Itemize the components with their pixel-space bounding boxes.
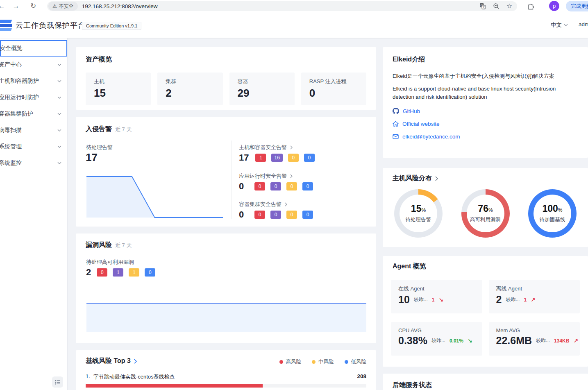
sidebar-item-cluster-protection[interactable]: 容器集群防护 [0,106,67,122]
extensions-icon[interactable] [527,3,534,10]
legend-dot [345,360,348,364]
profile-avatar[interactable]: p [549,1,559,11]
stat-value: 15 [94,87,143,100]
reload-button[interactable]: ↻ [28,1,39,11]
language-selector[interactable]: 中文 [551,21,568,29]
url-text: 192.168.25.212:8082/overview [82,3,479,9]
legend-low-risk: 低风险 [345,358,367,365]
sidebar-collapse-button[interactable] [52,376,63,388]
section-title: 入侵告警 [86,125,112,134]
chevron-right-icon [290,174,293,178]
host-container-alerts-link[interactable]: 主机和容器安全告警 [239,144,293,151]
zoom-icon[interactable] [493,3,499,9]
donut-value: 100 [542,203,558,214]
sidebar-item-label: 主机和容器防护 [0,77,39,85]
donut-unit: % [558,207,563,213]
critical-badge: 1 [255,154,266,162]
medium-badge: 0 [286,182,297,190]
cluster-alerts-link[interactable]: 容器集群安全告警 [239,201,287,208]
email-link[interactable]: elkeid@bytedance.com [393,134,578,140]
github-link[interactable]: GitHub [393,108,578,114]
list-icon [55,380,61,385]
alert-group-label: 主机和容器安全告警 [239,144,287,151]
pending-vuln-value: 2 [86,267,91,278]
language-label: 中文 [551,21,562,29]
legend-dot [279,360,283,364]
official-website-link[interactable]: Official website [393,121,578,127]
low-badge: 0 [304,154,315,162]
sidebar-item-security-overview[interactable]: 安全概览 [0,40,67,57]
stat-value: 2 [166,87,214,100]
browser-toolbar: ← → ↻ ⚠ 不安全 192.168.25.212:8082/overview… [0,0,588,12]
address-bar[interactable]: ⚠ 不安全 192.168.25.212:8082/overview G 文 ☆ [47,1,517,11]
sidebar-item-asset-center[interactable]: 资产中心 [0,57,67,73]
vuln-trend-chart [86,302,367,333]
user-menu[interactable]: adm [579,21,588,27]
section-title: 漏洞风险 [86,241,112,249]
sidebar-item-host-container-protection[interactable]: 主机和容器防护 [0,73,67,89]
sidebar-item-label: 病毒扫描 [0,127,22,134]
section-subtitle: 近 7 天 [115,126,132,133]
stat-value: 10 [398,294,410,306]
update-chrome-button[interactable]: 完成更新 [566,1,588,11]
legend-dot [312,360,316,364]
donut-value: 15 [411,203,422,214]
donut-unit: % [488,207,493,213]
runtime-alerts-link[interactable]: 应用运行时安全告警 [239,172,293,180]
risk-legend: 高风险 中风险 低风险 [279,358,367,365]
baseline-risk-link[interactable]: 基线风险 Top 3 [86,357,137,365]
trend-up-icon: ↗ [531,297,536,303]
trend-down-icon: ↘ [468,338,472,344]
trend-up-icon: ↗ [573,338,578,344]
low-badge: 0 [145,268,155,277]
sidebar-item-system-monitor[interactable]: 系统监控 [0,155,67,171]
translate-icon[interactable]: G 文 [479,3,486,9]
security-chip[interactable]: ⚠ 不安全 [48,2,78,11]
high-badge: 0 [270,182,281,190]
legend-medium-risk: 中风险 [312,358,334,365]
intro-text-zh: Elkeid是一个云原生的基于主机的安全(入侵检测与风险识别)解决方案 [393,72,578,80]
stat-label: 集群 [166,78,214,85]
app-header: 云工作负载保护平台 Community Edition v1.9.1 中文 ad… [0,12,588,38]
chevron-right-icon [435,176,438,181]
section-title: Agent 概览 [393,262,426,271]
elkeid-intro-card: Elkeid介绍 Elkeid是一个云原生的基于主机的安全(入侵检测与风险识别)… [383,47,588,158]
sidebar-item-label: 应用运行时防护 [0,94,39,101]
critical-badge: 0 [97,268,107,277]
back-button[interactable]: ← [0,1,7,11]
host-risk-card: 主机风险分布 15% 待处理告警 76% 高可利用漏洞 100% 待加固基线 [383,168,588,247]
baseline-item-row[interactable]: 1. 字节跳动最佳实践-centos基线检查 208 [86,373,366,381]
high-badge: 1 [113,268,123,277]
forward-button[interactable]: → [11,1,21,11]
critical-badge: 0 [254,211,265,219]
host-risk-link[interactable]: 主机风险分布 [393,174,438,183]
stat-value: 0.38% [398,335,427,347]
low-badge: 0 [302,211,313,219]
bookmark-star-icon[interactable]: ☆ [506,3,512,9]
chevron-right-icon [285,202,287,206]
toolbar-divider [541,3,541,9]
sidebar-item-virus-scan[interactable]: 病毒扫描 [0,122,67,138]
legend-high-risk: 高风险 [279,358,302,365]
alert-group-values: 0 0 0 0 0 [239,209,318,220]
sidebar-item-system-management[interactable]: 系统管理 [0,138,67,155]
chevron-down-icon [57,63,61,66]
stat-label: 在线 Agent [398,285,475,292]
vuln-risk-card: 漏洞风险 近 7 天 待处理高可利用漏洞 2 0 1 1 0 [76,234,376,343]
stat-label: 离线 Agent [496,285,573,292]
section-title-row: 入侵告警 近 7 天 [86,125,132,134]
stat-offline-agents: 离线 Agent 2 较昨... 1 ↗ [489,280,580,313]
sidebar-item-runtime-protection[interactable]: 应用运行时防护 [0,89,67,106]
stat-clusters: 集群 2 [157,73,222,105]
agent-overview-card: Agent 概览 在线 Agent 10 较昨... 1 ↘ 离线 Agent … [383,256,588,367]
chevron-down-icon [57,80,61,82]
low-badge: 0 [302,182,313,190]
svg-text:文: 文 [482,6,485,9]
delta-label: 较昨... [506,296,520,303]
alert-group-label: 应用运行时安全告警 [239,172,287,180]
stat-value: 29 [238,87,286,100]
baseline-risk-card: 基线风险 Top 3 高风险 中风险 低风险 1. 字节跳动最佳实践-cento… [76,350,376,390]
stat-online-agents: 在线 Agent 10 较昨... 1 ↘ [391,280,482,313]
section-title: 主机风险分布 [393,174,432,183]
asset-overview-card: 资产概览 主机 15 集群 2 容器 29 RASP 注入进程 0 [76,47,376,110]
